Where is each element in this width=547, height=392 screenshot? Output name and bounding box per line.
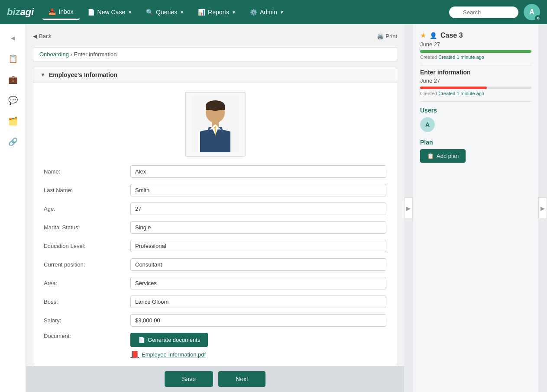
panel-expand-btn[interactable]: ▶ <box>538 197 547 219</box>
divider-1 <box>420 65 531 65</box>
messages-icon: 💬 <box>8 96 18 105</box>
divider-2 <box>420 101 531 102</box>
created-ago-link-1[interactable]: Created 1 minute ago <box>438 55 484 60</box>
education-row: Education Level: <box>44 240 386 252</box>
lastname-input[interactable] <box>130 184 386 196</box>
progress-fill-green <box>420 50 531 53</box>
section-card: ▼ Employee's Information <box>33 67 397 366</box>
salary-row: Salary: <box>44 314 386 327</box>
case-user-icon: 👤 <box>430 32 437 39</box>
print-icon: 🖨️ <box>377 33 384 39</box>
content-area: ◀ Back 🖨️ Print Onboarding › Enter infor… <box>26 24 404 392</box>
new-case-icon: 📄 <box>87 9 95 16</box>
position-row: Current position: <box>44 258 386 271</box>
created-ago-link-2[interactable]: Created 1 minute ago <box>438 91 484 96</box>
case-title: Case 3 <box>440 32 463 39</box>
age-label: Age: <box>44 206 130 212</box>
avatar[interactable]: A ⚙ <box>524 4 540 20</box>
star-icon[interactable]: ★ <box>420 31 426 39</box>
section-body: Name: Last Name: Age: M <box>33 83 397 366</box>
breadcrumb: Onboarding › Enter information <box>33 47 397 61</box>
education-label: Education Level: <box>44 243 130 249</box>
integrations-icon: 🔗 <box>8 137 18 147</box>
area-row: Area: <box>44 277 386 289</box>
action-bar: Save Next <box>26 366 404 392</box>
sidebar-collapse-btn[interactable]: ◀ <box>9 29 17 47</box>
panel-collapse-btn[interactable]: ▶ <box>404 197 413 219</box>
salary-input[interactable] <box>130 314 386 327</box>
app-logo: bizagi <box>7 6 34 18</box>
add-plan-button[interactable]: 📋 Add plan <box>420 149 466 163</box>
progress-bar-red <box>420 87 531 89</box>
form-topbar: ◀ Back 🖨️ Print <box>33 29 397 43</box>
next-button[interactable]: Next <box>218 371 265 387</box>
tasks-icon: 📋 <box>8 54 18 64</box>
search-wrapper: 🔍 <box>449 6 518 18</box>
save-button[interactable]: Save <box>165 371 213 387</box>
reports-arrow-icon: ▼ <box>232 10 236 15</box>
search-input[interactable] <box>449 6 518 18</box>
nav-queries[interactable]: 🔍 Queries ▼ <box>140 5 190 19</box>
cases-icon: 💼 <box>8 75 18 84</box>
nav-admin[interactable]: ⚙️ Admin ▼ <box>244 5 290 19</box>
position-input[interactable] <box>130 258 386 271</box>
inbox-icon: 📥 <box>49 8 56 15</box>
collapse-icon[interactable]: ▼ <box>40 72 45 78</box>
lastname-row: Last Name: <box>44 184 386 196</box>
nav-new-case[interactable]: 📄 New Case ▼ <box>81 5 139 19</box>
boss-label: Boss: <box>44 299 130 305</box>
pdf-link[interactable]: 📕 Employee Information.pdf <box>130 350 208 359</box>
marital-input[interactable] <box>130 221 386 234</box>
person-avatar-svg <box>191 96 239 152</box>
section-header: ▼ Employee's Information <box>33 67 397 83</box>
sidebar-icons: ◀ 📋 💼 💬 🗂️ 🔗 <box>0 24 26 392</box>
position-label: Current position: <box>44 261 130 268</box>
case-date: June 27 <box>420 41 531 48</box>
age-input[interactable] <box>130 202 386 215</box>
sidebar-item-cases[interactable]: 💼 <box>4 71 22 88</box>
new-case-arrow-icon: ▼ <box>128 10 132 15</box>
education-input[interactable] <box>130 240 386 252</box>
document-row: Document: 📄 Generate documents 📕 Employe… <box>44 333 386 359</box>
plan-section: Plan 📋 Add plan <box>420 139 531 163</box>
document-content: 📄 Generate documents 📕 Employee Informat… <box>130 333 208 359</box>
back-button[interactable]: ◀ Back <box>33 33 52 39</box>
progress-fill-red <box>420 87 487 89</box>
photo-container <box>44 92 386 157</box>
back-arrow-icon: ◀ <box>33 33 37 39</box>
right-panel: ★ 👤 Case 3 June 27 Created Created 1 min… <box>413 24 538 392</box>
sidebar-item-integrations[interactable]: 🔗 <box>4 133 22 151</box>
pdf-icon: 📕 <box>130 350 139 359</box>
navbar: bizagi 📥 Inbox 📄 New Case ▼ 🔍 Queries ▼ … <box>0 0 547 24</box>
created-label-2: Created Created 1 minute ago <box>420 91 531 96</box>
admin-icon: ⚙️ <box>250 9 257 16</box>
section-title: Employee's Information <box>49 71 117 78</box>
users-section: Users A <box>420 107 531 132</box>
nav-inbox[interactable]: 📥 Inbox <box>42 5 79 20</box>
photo-frame[interactable] <box>185 92 246 157</box>
generate-docs-button[interactable]: 📄 Generate documents <box>130 333 208 347</box>
boss-input[interactable] <box>130 296 386 308</box>
sidebar-item-messages[interactable]: 💬 <box>4 92 22 109</box>
queries-icon: 🔍 <box>146 9 153 16</box>
area-label: Area: <box>44 280 130 286</box>
breadcrumb-link[interactable]: Onboarding <box>39 51 69 58</box>
nav-reports[interactable]: 📊 Reports ▼ <box>192 5 242 19</box>
print-button[interactable]: 🖨️ Print <box>377 33 397 39</box>
sidebar-item-tasks[interactable]: 📋 <box>4 50 22 67</box>
area-input[interactable] <box>130 277 386 289</box>
marital-row: Marital Status: <box>44 221 386 234</box>
admin-arrow-icon: ▼ <box>280 10 284 15</box>
plan-section-title: Plan <box>420 139 531 146</box>
progress-bar-green <box>420 50 531 53</box>
nav-items: 📥 Inbox 📄 New Case ▼ 🔍 Queries ▼ 📊 Repor… <box>42 5 449 20</box>
svg-rect-3 <box>206 105 225 110</box>
name-input[interactable] <box>130 165 386 178</box>
generate-docs-icon: 📄 <box>138 337 145 343</box>
task-date: June 27 <box>420 77 531 84</box>
user-avatar: A <box>420 117 435 132</box>
boss-row: Boss: <box>44 296 386 308</box>
sidebar-item-docs[interactable]: 🗂️ <box>4 112 22 130</box>
name-label: Name: <box>44 168 130 175</box>
reports-icon: 📊 <box>198 9 205 16</box>
